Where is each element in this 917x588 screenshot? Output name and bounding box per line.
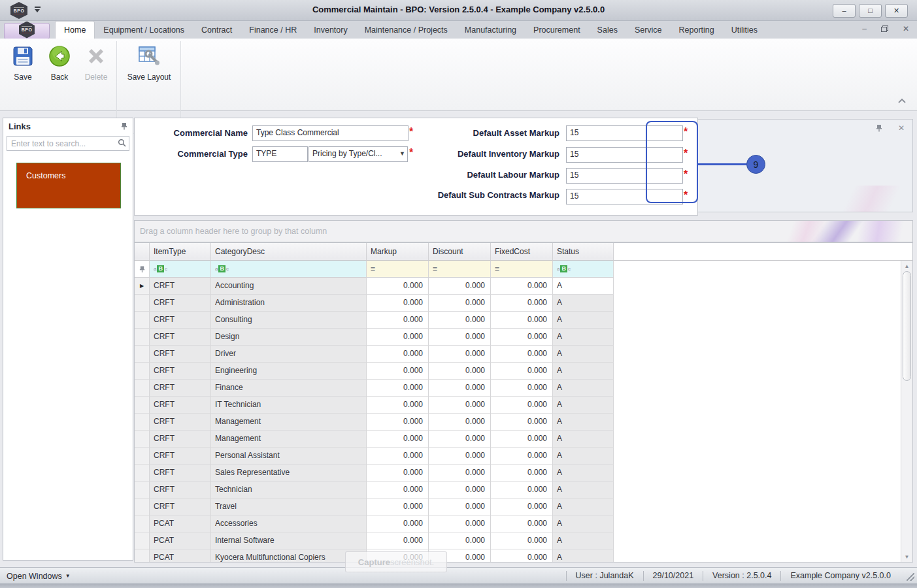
cell-status[interactable]: A	[553, 482, 614, 498]
cell-status[interactable]: A	[553, 515, 614, 532]
cell-fixed[interactable]: 0.000	[491, 329, 553, 346]
resize-grip[interactable]	[907, 573, 914, 581]
table-row[interactable]: CRFTFinance0.0000.0000.000A	[135, 380, 912, 397]
row-indicator[interactable]	[135, 431, 150, 448]
cell-discount[interactable]: 0.000	[429, 346, 491, 363]
cell-fixed[interactable]: 0.000	[491, 363, 553, 380]
cell-markup[interactable]: 0.000	[367, 278, 429, 295]
search-input[interactable]	[10, 137, 114, 150]
cell-status[interactable]: A	[553, 431, 614, 448]
cell-fixed[interactable]: 0.000	[491, 431, 553, 448]
cell-fixed[interactable]: 0.000	[491, 278, 553, 295]
filter-itemtype[interactable]: aBc	[150, 261, 211, 278]
tab-utilities[interactable]: Utilities	[723, 21, 766, 39]
tab-sales[interactable]: Sales	[589, 21, 626, 39]
row-indicator[interactable]: ▶	[135, 278, 150, 295]
cell-cat[interactable]: Design	[211, 329, 367, 346]
cell-cat[interactable]: Engineering	[211, 363, 367, 380]
cell-cat[interactable]: Accessories	[211, 515, 367, 532]
maximize-button[interactable]: □	[859, 4, 882, 18]
cell-status[interactable]: A	[553, 465, 614, 482]
vertical-scrollbar[interactable]: ▲ ▼	[901, 261, 912, 562]
column-header-status[interactable]: Status	[553, 243, 614, 261]
filter-markup[interactable]: =	[367, 261, 429, 278]
cell-discount[interactable]: 0.000	[429, 414, 491, 431]
cell-discount[interactable]: 0.000	[429, 498, 491, 515]
cell-status[interactable]: A	[553, 380, 614, 397]
minimize-button[interactable]: –	[833, 4, 856, 18]
save-button[interactable]: Save	[5, 41, 41, 95]
cell-fixed[interactable]: 0.000	[491, 346, 553, 363]
cell-item[interactable]: CRFT	[150, 278, 211, 295]
cell-status[interactable]: A	[553, 363, 614, 380]
cell-fixed[interactable]: 0.000	[491, 549, 553, 563]
cell-markup[interactable]: 0.000	[367, 498, 429, 515]
scroll-down-icon[interactable]: ▼	[901, 551, 912, 562]
search-icon[interactable]	[118, 139, 126, 147]
cell-status[interactable]: A	[553, 549, 614, 563]
cell-item[interactable]: PCAT	[150, 515, 211, 532]
cell-item[interactable]: CRFT	[150, 498, 211, 515]
row-indicator[interactable]	[135, 532, 150, 549]
table-row[interactable]: CRFTConsulting0.0000.0000.000A	[135, 312, 912, 329]
cell-status[interactable]: A	[553, 397, 614, 414]
cell-fixed[interactable]: 0.000	[491, 498, 553, 515]
row-indicator[interactable]	[135, 363, 150, 380]
tab-inventory[interactable]: Inventory	[305, 21, 356, 39]
table-row[interactable]: CRFTTravel0.0000.0000.000A	[135, 498, 912, 515]
row-indicator[interactable]	[135, 465, 150, 482]
table-row[interactable]: PCATKyocera Multifunctional Copiers0.000…	[135, 549, 912, 563]
cell-item[interactable]: CRFT	[150, 329, 211, 346]
tab-maintenance-projects[interactable]: Maintenance / Projects	[356, 21, 456, 39]
column-header-discount[interactable]: Discount	[429, 243, 491, 261]
cell-markup[interactable]: 0.000	[367, 397, 429, 414]
cell-fixed[interactable]: 0.000	[491, 414, 553, 431]
row-indicator[interactable]	[135, 515, 150, 532]
cell-item[interactable]: CRFT	[150, 414, 211, 431]
cell-cat[interactable]: Internal Software	[211, 532, 367, 549]
tab-reporting[interactable]: Reporting	[671, 21, 723, 39]
cell-fixed[interactable]: 0.000	[491, 515, 553, 532]
cell-markup[interactable]: 0.000	[367, 482, 429, 498]
cell-discount[interactable]: 0.000	[429, 515, 491, 532]
cell-discount[interactable]: 0.000	[429, 465, 491, 482]
cell-cat[interactable]: Management	[211, 431, 367, 448]
cell-cat[interactable]: Kyocera Multifunctional Copiers	[211, 549, 367, 563]
cell-item[interactable]: CRFT	[150, 380, 211, 397]
cell-item[interactable]: CRFT	[150, 346, 211, 363]
row-indicator[interactable]	[135, 414, 150, 431]
cell-cat[interactable]: Technician	[211, 482, 367, 498]
cell-markup[interactable]: 0.000	[367, 448, 429, 465]
cell-cat[interactable]: Personal Assistant	[211, 448, 367, 465]
tab-equipment-locations[interactable]: Equipment / Locations	[95, 21, 193, 39]
cell-markup[interactable]: 0.000	[367, 532, 429, 549]
open-windows-dropdown[interactable]: Open Windows ▼	[7, 568, 71, 584]
cell-cat[interactable]: Administration	[211, 295, 367, 312]
table-row[interactable]: ▶CRFTAccounting0.0000.0000.000A	[135, 278, 912, 295]
cell-discount[interactable]: 0.000	[429, 363, 491, 380]
row-indicator[interactable]	[135, 329, 150, 346]
cell-discount[interactable]: 0.000	[429, 380, 491, 397]
cell-fixed[interactable]: 0.000	[491, 295, 553, 312]
row-indicator[interactable]	[135, 312, 150, 329]
cell-markup[interactable]: 0.000	[367, 380, 429, 397]
cell-markup[interactable]: 0.000	[367, 329, 429, 346]
group-by-panel[interactable]: Drag a column header here to group by th…	[134, 220, 913, 242]
row-indicator[interactable]	[135, 397, 150, 414]
table-row[interactable]: CRFTSales Representative0.0000.0000.000A	[135, 465, 912, 482]
cell-status[interactable]: A	[553, 329, 614, 346]
close-icon[interactable]: ✕	[898, 123, 905, 133]
cell-markup[interactable]: 0.000	[367, 414, 429, 431]
cell-markup[interactable]: 0.000	[367, 465, 429, 482]
link-item-customers[interactable]: Customers	[16, 163, 121, 208]
row-indicator[interactable]	[135, 498, 150, 515]
cell-cat[interactable]: IT Technician	[211, 397, 367, 414]
cell-discount[interactable]: 0.000	[429, 397, 491, 414]
pin-icon[interactable]	[876, 124, 882, 132]
cell-markup[interactable]: 0.000	[367, 295, 429, 312]
mdi-minimize-icon[interactable]: –	[862, 24, 867, 33]
cell-status[interactable]: A	[553, 278, 614, 295]
collapse-ribbon-icon[interactable]	[897, 97, 907, 104]
column-header-itemtype[interactable]: ItemType	[150, 243, 211, 261]
cell-item[interactable]: CRFT	[150, 397, 211, 414]
